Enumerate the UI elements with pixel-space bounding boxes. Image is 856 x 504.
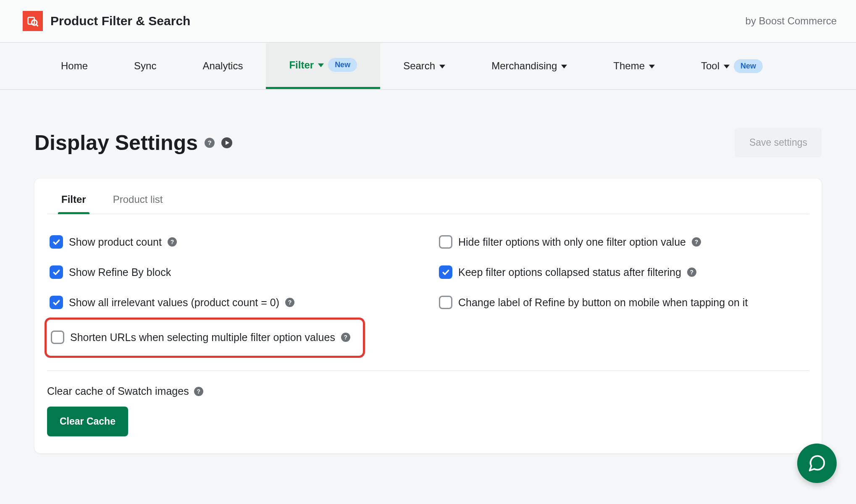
app-bar-left: Product Filter & Search bbox=[23, 11, 190, 31]
option-checkbox[interactable] bbox=[50, 235, 63, 249]
chevron-down-icon bbox=[318, 63, 324, 67]
option-help-icon[interactable]: ? bbox=[168, 237, 177, 247]
page-help-icon[interactable]: ? bbox=[205, 138, 215, 148]
chat-fab[interactable] bbox=[797, 444, 837, 483]
clear-cache-help-icon[interactable]: ? bbox=[194, 387, 203, 396]
option-checkbox[interactable] bbox=[439, 265, 452, 279]
option-row: Hide filter options with only one filter… bbox=[436, 227, 809, 257]
chevron-down-icon bbox=[439, 65, 445, 68]
option-row: Change label of Refine by button on mobi… bbox=[436, 287, 809, 318]
svg-line-2 bbox=[37, 25, 38, 26]
nav-item-label: Analytics bbox=[202, 60, 243, 72]
option-help-icon[interactable]: ? bbox=[341, 333, 350, 342]
chevron-down-icon bbox=[724, 65, 730, 68]
option-label: Keep filter options collapsed status aft… bbox=[458, 266, 681, 278]
nav-item-label: Theme bbox=[613, 60, 645, 72]
nav-item-label: Merchandising bbox=[491, 60, 557, 72]
tab-product-list[interactable]: Product list bbox=[110, 194, 166, 214]
nav-item-label: Sync bbox=[134, 60, 156, 72]
app-bar: Product Filter & Search by Boost Commerc… bbox=[0, 0, 856, 43]
nav-item-label: Tool bbox=[701, 60, 719, 72]
clear-cache-button[interactable]: Clear Cache bbox=[47, 407, 128, 436]
nav-item-label: Home bbox=[61, 60, 88, 72]
nav-item-sync[interactable]: Sync bbox=[111, 43, 179, 89]
options-column-right: Hide filter options with only one filter… bbox=[436, 227, 809, 358]
option-row: Shorten URLs when selecting multiple fil… bbox=[45, 318, 365, 358]
page-title: Display Settings bbox=[34, 131, 198, 155]
option-row: Keep filter options collapsed status aft… bbox=[436, 257, 809, 287]
nav-row: HomeSyncAnalyticsFilterNewSearchMerchand… bbox=[0, 43, 856, 90]
save-settings-button[interactable]: Save settings bbox=[735, 128, 822, 158]
clear-cache-label-row: Clear cache of Swatch images ? bbox=[47, 385, 809, 397]
option-label: Hide filter options with only one filter… bbox=[458, 236, 686, 248]
option-checkbox[interactable] bbox=[439, 296, 452, 309]
option-help-icon[interactable]: ? bbox=[692, 237, 701, 247]
page-header-left: Display Settings ? bbox=[34, 131, 232, 155]
nav-item-theme[interactable]: Theme bbox=[590, 43, 678, 89]
option-label: Show product count bbox=[69, 236, 162, 248]
option-checkbox[interactable] bbox=[50, 265, 63, 279]
option-row: Show Refine By block bbox=[47, 257, 420, 287]
clear-cache-section: Clear cache of Swatch images ? Clear Cac… bbox=[47, 370, 809, 436]
app-title: Product Filter & Search bbox=[50, 14, 190, 28]
nav-item-label: Filter bbox=[289, 59, 314, 71]
option-checkbox[interactable] bbox=[439, 235, 452, 249]
settings-card: FilterProduct list Show product count?Sh… bbox=[34, 178, 822, 453]
page-video-icon[interactable] bbox=[221, 137, 232, 148]
clear-cache-label: Clear cache of Swatch images bbox=[47, 385, 189, 397]
nav-item-filter[interactable]: FilterNew bbox=[266, 43, 380, 89]
nav-badge: New bbox=[328, 58, 357, 72]
page-header-row: Display Settings ? Save settings bbox=[34, 128, 822, 158]
option-checkbox[interactable] bbox=[50, 296, 63, 309]
app-vendor: by Boost Commerce bbox=[746, 15, 837, 27]
option-help-icon[interactable]: ? bbox=[687, 268, 696, 277]
option-label: Show all irrelevant values (product coun… bbox=[69, 297, 279, 309]
option-label: Change label of Refine by button on mobi… bbox=[458, 297, 748, 309]
chevron-down-icon bbox=[561, 65, 567, 68]
nav-item-tool[interactable]: ToolNew bbox=[678, 43, 786, 89]
nav-item-search[interactable]: Search bbox=[380, 43, 468, 89]
nav-item-label: Search bbox=[403, 60, 435, 72]
card-tabs: FilterProduct list bbox=[47, 178, 809, 214]
option-row: Show product count? bbox=[47, 227, 420, 257]
tab-filter[interactable]: Filter bbox=[58, 194, 89, 214]
option-label: Shorten URLs when selecting multiple fil… bbox=[70, 331, 335, 344]
chevron-down-icon bbox=[649, 65, 655, 68]
nav-item-merchandising[interactable]: Merchandising bbox=[468, 43, 590, 89]
nav-item-home[interactable]: Home bbox=[38, 43, 111, 89]
options-grid: Show product count?Show Refine By blockS… bbox=[47, 214, 809, 358]
option-label: Show Refine By block bbox=[69, 266, 171, 278]
option-help-icon[interactable]: ? bbox=[285, 298, 294, 307]
option-checkbox[interactable] bbox=[51, 331, 64, 344]
options-column-left: Show product count?Show Refine By blockS… bbox=[47, 227, 420, 358]
nav-badge: New bbox=[734, 59, 763, 73]
option-row: Show all irrelevant values (product coun… bbox=[47, 287, 420, 318]
nav-item-analytics[interactable]: Analytics bbox=[179, 43, 266, 89]
page-body: Display Settings ? Save settings FilterP… bbox=[0, 90, 856, 453]
app-logo-icon bbox=[23, 11, 43, 31]
